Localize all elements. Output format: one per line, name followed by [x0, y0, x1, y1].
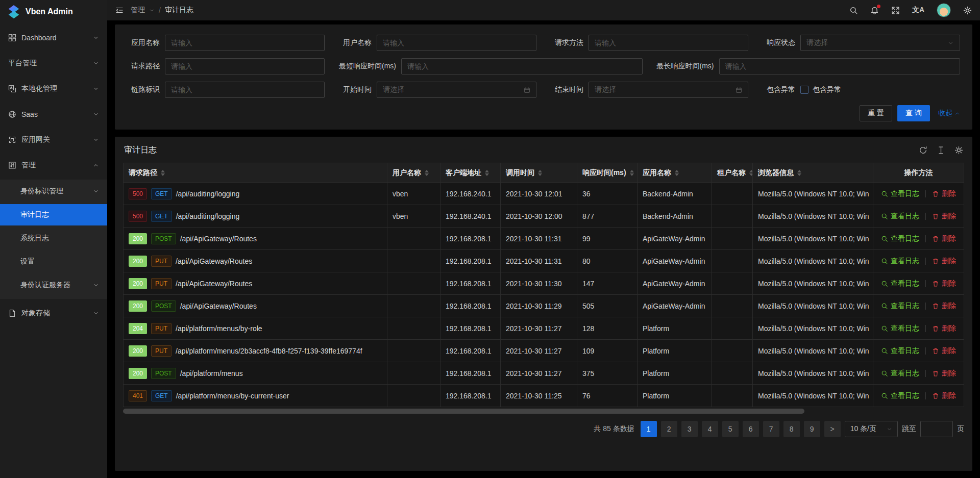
- view-log-button[interactable]: 查看日志: [881, 324, 919, 333]
- filter-label-start-time: 开始时间: [339, 85, 372, 94]
- view-log-button[interactable]: 查看日志: [881, 212, 919, 221]
- sort-icon[interactable]: [425, 170, 429, 176]
- sidebar-item-saas[interactable]: Saas: [0, 103, 107, 125]
- delete-button[interactable]: 删除: [932, 301, 956, 311]
- cell-tenant: [712, 340, 753, 362]
- sidebar-item-identity-management[interactable]: 身份标识管理: [0, 181, 107, 202]
- avatar[interactable]: [937, 3, 951, 17]
- delete-button[interactable]: 删除: [932, 212, 956, 221]
- translate-icon[interactable]: 文A: [912, 6, 924, 15]
- view-log-button[interactable]: 查看日志: [881, 346, 919, 356]
- page-button-2[interactable]: 2: [661, 421, 677, 437]
- view-log-button[interactable]: 查看日志: [881, 301, 919, 311]
- view-log-button[interactable]: 查看日志: [881, 257, 919, 266]
- page-button-4[interactable]: 4: [702, 421, 718, 437]
- page-button-1[interactable]: 1: [641, 421, 657, 437]
- delete-button[interactable]: 删除: [932, 391, 956, 400]
- page-size-select[interactable]: 10 条/页: [845, 421, 898, 437]
- view-log-button[interactable]: 查看日志: [881, 391, 919, 400]
- trace-id-input[interactable]: [165, 82, 325, 98]
- app-logo[interactable]: Vben Admin: [0, 0, 107, 23]
- cell-app-name: Platform: [638, 317, 712, 340]
- sidebar-item-auth-server[interactable]: 身份认证服务器: [0, 274, 107, 296]
- app-name-input[interactable]: [165, 35, 325, 51]
- page-button-5[interactable]: 5: [722, 421, 739, 437]
- column-header-6: 应用名称: [638, 163, 712, 183]
- fullscreen-icon[interactable]: [891, 6, 900, 15]
- sidebar-item-localization-management[interactable]: 本地化管理: [0, 78, 107, 100]
- refresh-icon[interactable]: [919, 146, 927, 155]
- table-row: 200POST/api/ApiGateway/Routes192.168.208…: [124, 228, 964, 250]
- sort-icon[interactable]: [797, 170, 801, 176]
- cell-actions: 查看日志删除: [873, 205, 964, 228]
- menu-fold-icon[interactable]: [115, 6, 124, 14]
- breadcrumb-section[interactable]: 管理: [131, 6, 145, 15]
- start-time-date-picker[interactable]: 请选择: [377, 82, 536, 98]
- sort-icon[interactable]: [161, 170, 165, 176]
- cell-browser: Mozilla/5.0 (Windows NT 10.0; Win: [753, 250, 873, 272]
- search-button[interactable]: 查 询: [897, 105, 930, 121]
- delete-button[interactable]: 删除: [932, 369, 956, 378]
- sidebar-item-app-gateway[interactable]: 应用网关: [0, 129, 107, 151]
- cell-tenant: [712, 317, 753, 340]
- view-log-label: 查看日志: [891, 301, 919, 311]
- path-text: /api/ApiGateway/Routes: [180, 235, 257, 243]
- next-page-button[interactable]: >: [824, 421, 841, 437]
- column-settings-icon[interactable]: [954, 146, 963, 155]
- request-path-input[interactable]: [165, 58, 325, 74]
- sidebar-item-dashboard[interactable]: Dashboard: [0, 27, 107, 49]
- max-response-time-input[interactable]: [719, 58, 961, 74]
- sort-icon[interactable]: [675, 170, 679, 176]
- user-name-input[interactable]: [377, 35, 536, 51]
- sidebar-item-management[interactable]: 管理: [0, 154, 107, 177]
- cell-request-path: 200PUT/api/ApiGateway/Routes: [124, 250, 387, 272]
- sort-icon[interactable]: [485, 170, 489, 176]
- request-method-input[interactable]: [589, 35, 748, 51]
- horizontal-scrollbar-thumb[interactable]: [123, 409, 804, 414]
- min-response-time-input[interactable]: [401, 58, 643, 74]
- sidebar-item-settings[interactable]: 设置: [0, 251, 107, 272]
- delete-button[interactable]: 删除: [932, 189, 956, 198]
- has-exception-checkbox[interactable]: [800, 86, 808, 94]
- page-button-8[interactable]: 8: [783, 421, 800, 437]
- view-log-button[interactable]: 查看日志: [881, 234, 919, 243]
- cell-browser: Mozilla/5.0 (Windows NT 10.0; Win: [753, 317, 873, 340]
- view-log-icon: [881, 258, 888, 265]
- filter-label-trace-id: 链路标识: [127, 85, 160, 94]
- sort-icon[interactable]: [630, 170, 634, 176]
- end-time-date-picker[interactable]: 请选择: [589, 82, 748, 98]
- page-button-3[interactable]: 3: [681, 421, 698, 437]
- delete-label: 删除: [942, 279, 956, 288]
- settings-gear-icon[interactable]: [963, 6, 972, 15]
- response-status-select[interactable]: 请选择: [800, 35, 960, 51]
- sort-icon[interactable]: [749, 170, 753, 176]
- reset-button[interactable]: 重 置: [860, 105, 892, 121]
- print-icon[interactable]: [937, 146, 945, 155]
- delete-button[interactable]: 删除: [932, 279, 956, 288]
- delete-button[interactable]: 删除: [932, 257, 956, 266]
- page-button-7[interactable]: 7: [763, 421, 779, 437]
- filter-field-response-status: 响应状态请选择: [763, 35, 960, 51]
- delete-button[interactable]: 删除: [932, 234, 956, 243]
- collapse-link[interactable]: 收起: [938, 109, 960, 118]
- view-log-button[interactable]: 查看日志: [881, 369, 919, 378]
- sidebar-item-platform-management[interactable]: 平台管理: [0, 52, 107, 74]
- table-header-row: 请求路径用户名称客户端地址调用时间响应时间(ms)应用名称租户名称浏览器信息操作…: [124, 163, 964, 183]
- view-log-button[interactable]: 查看日志: [881, 279, 919, 288]
- column-label: 操作方法: [904, 168, 933, 178]
- page-button-6[interactable]: 6: [743, 421, 759, 437]
- jump-page-input[interactable]: [920, 421, 953, 437]
- page-button-9[interactable]: 9: [804, 421, 820, 437]
- breadcrumb-page: 审计日志: [165, 6, 193, 15]
- delete-button[interactable]: 删除: [932, 324, 956, 333]
- sidebar-item-system-log[interactable]: 系统日志: [0, 228, 107, 249]
- sidebar-item-object-storage[interactable]: 对象存储: [0, 302, 107, 324]
- delete-button[interactable]: 删除: [932, 346, 956, 356]
- cell-client-ip: 192.168.208.1: [440, 295, 501, 317]
- view-log-button[interactable]: 查看日志: [881, 189, 919, 198]
- filter-field-app-name: 应用名称: [127, 35, 325, 51]
- notifications-button[interactable]: [870, 6, 879, 15]
- search-icon[interactable]: [849, 6, 858, 15]
- sort-icon[interactable]: [538, 170, 542, 176]
- sidebar-item-audit-log[interactable]: 审计日志: [0, 204, 107, 225]
